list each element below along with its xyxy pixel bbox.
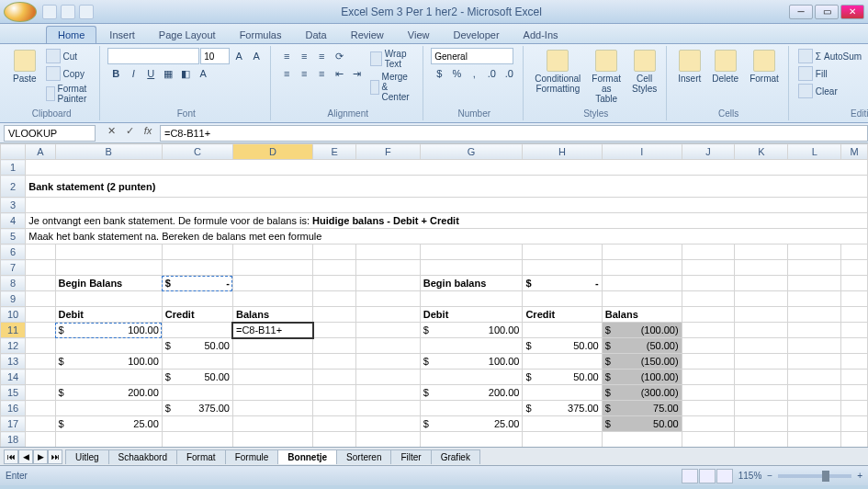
cell[interactable] bbox=[26, 198, 868, 213]
tab-page-layout[interactable]: Page Layout bbox=[148, 27, 227, 43]
grow-font-icon[interactable]: A bbox=[231, 48, 247, 64]
comma-icon[interactable]: , bbox=[466, 65, 482, 82]
sheet-tab[interactable]: Format bbox=[176, 449, 226, 464]
tab-home[interactable]: Home bbox=[46, 26, 96, 43]
indent-inc-icon[interactable]: ⇥ bbox=[348, 65, 365, 82]
sheet-nav-last-icon[interactable]: ⏭ bbox=[48, 449, 62, 464]
cut-button[interactable]: Cut bbox=[44, 48, 95, 64]
cell-B10[interactable]: Debit bbox=[55, 307, 162, 323]
cell-C12[interactable]: $50.00 bbox=[162, 338, 232, 354]
qat-redo-icon[interactable] bbox=[79, 5, 94, 19]
cell-D11-editing[interactable]: =C8-B11+ bbox=[232, 323, 312, 338]
align-left-icon[interactable]: ≡ bbox=[278, 65, 295, 82]
bold-button[interactable]: B bbox=[107, 65, 124, 82]
col-header-G[interactable]: G bbox=[420, 144, 523, 160]
cell-A2[interactable]: Bank statement (2 punten) bbox=[26, 176, 868, 198]
col-header-A[interactable]: A bbox=[26, 144, 55, 160]
sheet-tab[interactable]: Schaakbord bbox=[108, 449, 177, 464]
sheet-nav-prev-icon[interactable]: ◀ bbox=[18, 449, 33, 464]
col-header-C[interactable]: C bbox=[162, 144, 232, 160]
row-header[interactable]: 12 bbox=[1, 338, 26, 354]
cell-C8[interactable]: $- bbox=[162, 276, 232, 291]
cell-H14[interactable]: $50.00 bbox=[523, 370, 602, 385]
sheet-tab[interactable]: Formule bbox=[225, 449, 279, 464]
cell-B13[interactable]: $100.00 bbox=[55, 354, 162, 370]
minimize-button[interactable]: ─ bbox=[789, 5, 813, 19]
view-normal-icon[interactable] bbox=[682, 469, 698, 483]
cell-A5[interactable]: Maak het bank statement na. Bereken de b… bbox=[26, 229, 868, 244]
cell[interactable] bbox=[26, 160, 868, 176]
row-header[interactable]: 9 bbox=[1, 291, 26, 307]
autosum-button[interactable]: Σ AutoSum bbox=[796, 48, 863, 64]
cell-I12[interactable]: $(50.00) bbox=[602, 338, 682, 354]
row-header[interactable]: 16 bbox=[1, 401, 26, 416]
format-painter-button[interactable]: Format Painter bbox=[44, 83, 95, 105]
border-button[interactable]: ▦ bbox=[160, 65, 176, 82]
cell-H8[interactable]: $- bbox=[523, 276, 602, 291]
formula-input[interactable] bbox=[160, 125, 868, 142]
conditional-formatting-button[interactable]: Conditional Formatting bbox=[531, 48, 584, 96]
sheet-tab[interactable]: Sorteren bbox=[336, 449, 391, 464]
view-page-layout-icon[interactable] bbox=[699, 469, 716, 483]
cell-I15[interactable]: $(300.00) bbox=[602, 385, 682, 401]
tab-review[interactable]: Review bbox=[340, 27, 395, 43]
cell-H16[interactable]: $375.00 bbox=[523, 401, 602, 416]
format-as-table-button[interactable]: Format as Table bbox=[588, 48, 625, 106]
cell-G17[interactable]: $25.00 bbox=[420, 416, 523, 432]
decrease-decimal-icon[interactable]: .0 bbox=[501, 65, 517, 82]
row-header[interactable]: 7 bbox=[1, 260, 26, 276]
col-header-B[interactable]: B bbox=[55, 144, 162, 160]
cell-G11[interactable]: $100.00 bbox=[420, 323, 523, 338]
sheet-nav-first-icon[interactable]: ⏮ bbox=[4, 449, 18, 464]
cell-B15[interactable]: $200.00 bbox=[55, 385, 162, 401]
zoom-in-button[interactable]: + bbox=[857, 471, 862, 481]
cell-styles-button[interactable]: Cell Styles bbox=[628, 48, 660, 96]
cell-B17[interactable]: $25.00 bbox=[55, 416, 162, 432]
sheet-tab-active[interactable]: Bonnetje bbox=[277, 449, 337, 464]
italic-button[interactable]: I bbox=[125, 65, 141, 82]
tab-formulas[interactable]: Formulas bbox=[229, 27, 293, 43]
align-middle-icon[interactable]: ≡ bbox=[296, 48, 312, 64]
row-header[interactable]: 15 bbox=[1, 385, 26, 401]
cell-H10[interactable]: Credit bbox=[523, 307, 602, 323]
col-header-H[interactable]: H bbox=[523, 144, 602, 160]
qat-save-icon[interactable] bbox=[42, 5, 57, 19]
row-header[interactable]: 3 bbox=[1, 198, 26, 213]
sheet-tab[interactable]: Uitleg bbox=[65, 449, 109, 464]
cell-I14[interactable]: $(100.00) bbox=[602, 370, 682, 385]
font-color-button[interactable]: A bbox=[195, 65, 211, 82]
cell-G15[interactable]: $200.00 bbox=[420, 385, 523, 401]
align-top-icon[interactable]: ≡ bbox=[278, 48, 295, 64]
row-header[interactable]: 13 bbox=[1, 354, 26, 370]
cell-I16[interactable]: $75.00 bbox=[602, 401, 682, 416]
sheet-tab[interactable]: Grafiek bbox=[431, 449, 480, 464]
cell-G13[interactable]: $100.00 bbox=[420, 354, 523, 370]
row-header[interactable]: 10 bbox=[1, 307, 26, 323]
insert-cells-button[interactable]: Insert bbox=[674, 48, 705, 85]
currency-icon[interactable]: $ bbox=[431, 65, 447, 82]
name-box[interactable] bbox=[4, 125, 96, 142]
underline-button[interactable]: U bbox=[142, 65, 159, 82]
fill-button[interactable]: Fill bbox=[796, 65, 863, 82]
percent-icon[interactable]: % bbox=[448, 65, 465, 82]
col-header-L[interactable]: L bbox=[788, 144, 841, 160]
tab-data[interactable]: Data bbox=[294, 27, 337, 43]
cell-H12[interactable]: $50.00 bbox=[523, 338, 602, 354]
col-header-D[interactable]: D bbox=[232, 144, 312, 160]
clear-button[interactable]: Clear bbox=[796, 83, 863, 99]
row-header[interactable]: 14 bbox=[1, 370, 26, 385]
number-format-select[interactable] bbox=[431, 48, 513, 64]
fill-color-button[interactable]: ◧ bbox=[177, 65, 194, 82]
increase-decimal-icon[interactable]: .0 bbox=[483, 65, 500, 82]
cell-C14[interactable]: $50.00 bbox=[162, 370, 232, 385]
align-bottom-icon[interactable]: ≡ bbox=[313, 48, 330, 64]
tab-developer[interactable]: Developer bbox=[442, 27, 510, 43]
col-header-I[interactable]: I bbox=[602, 144, 682, 160]
col-header-J[interactable]: J bbox=[682, 144, 735, 160]
cell-I13[interactable]: $(150.00) bbox=[602, 354, 682, 370]
cell-G10[interactable]: Debit bbox=[420, 307, 523, 323]
maximize-button[interactable]: ▭ bbox=[815, 5, 839, 19]
col-header-F[interactable]: F bbox=[356, 144, 421, 160]
row-header[interactable]: 8 bbox=[1, 276, 26, 291]
sheet-nav-next-icon[interactable]: ▶ bbox=[33, 449, 48, 464]
